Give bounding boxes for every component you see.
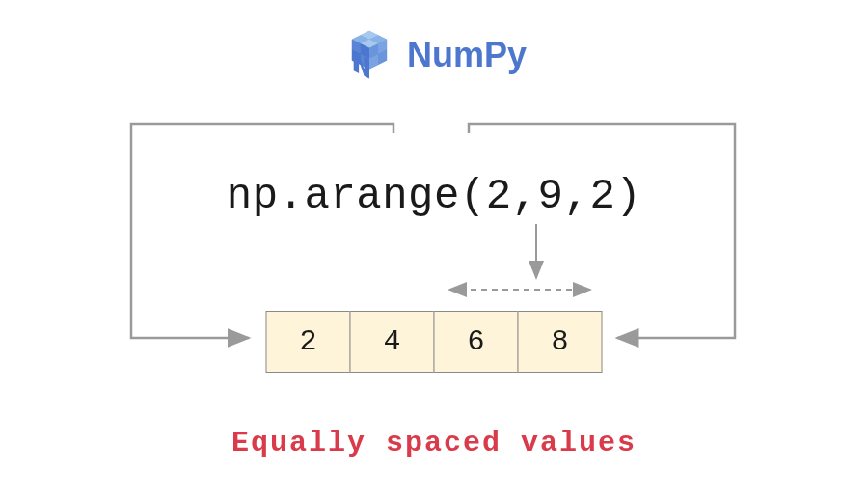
diagram-caption: Equally spaced values [231,427,637,460]
array-cell: 8 [518,311,603,373]
numpy-logo-text: NumPy [407,35,527,75]
start-arrow [131,124,393,338]
array-cell: 4 [350,311,435,373]
stop-arrow [469,124,735,338]
array-cell: 2 [266,311,351,373]
numpy-logo: NumPy [341,27,527,83]
numpy-cube-icon [341,27,397,83]
result-array: 2 4 6 8 [266,311,603,373]
array-cell: 6 [434,311,519,373]
code-expression: np.arange(2,9,2) [227,172,641,220]
